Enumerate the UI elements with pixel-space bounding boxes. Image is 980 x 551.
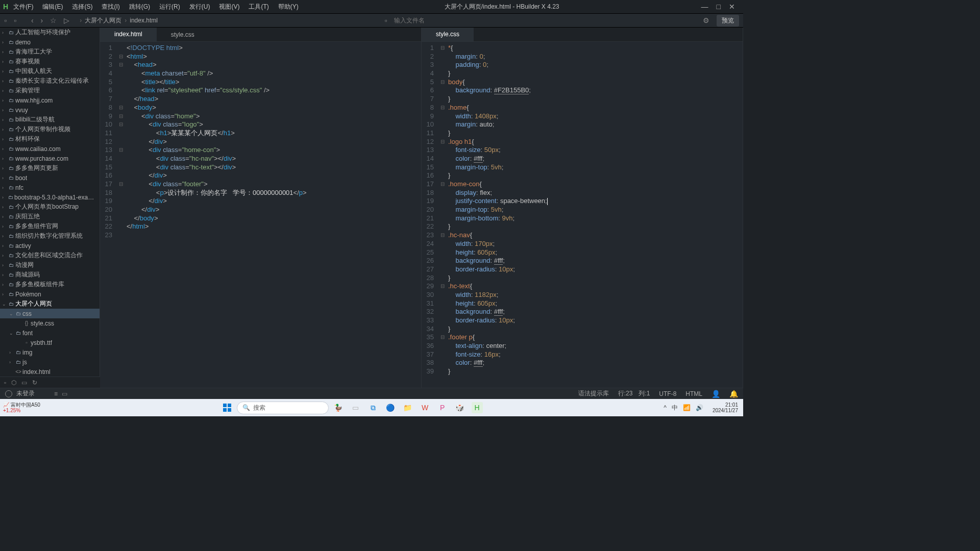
tree-item[interactable]: ›🗀商城源码 xyxy=(0,270,100,280)
tree-caret-icon[interactable]: › xyxy=(2,30,7,35)
new-tab-icon[interactable]: ▫ xyxy=(385,16,387,24)
menu-item[interactable]: 跳转(G) xyxy=(125,1,154,13)
tree-item[interactable]: ›🗀nfc xyxy=(0,183,100,192)
tree-caret-icon[interactable]: › xyxy=(2,253,7,258)
run-icon[interactable]: ▷ xyxy=(64,16,69,24)
minimize-button[interactable]: — xyxy=(701,3,708,11)
sync-icon[interactable]: ↻ xyxy=(32,379,37,386)
tree-caret-icon[interactable]: › xyxy=(2,108,7,113)
preview-button[interactable]: 预览 xyxy=(717,15,739,27)
tree-item[interactable]: ›🗀www.hhjj.com xyxy=(0,95,100,105)
account-icon[interactable]: 👤 xyxy=(712,390,720,398)
tray-chevron-icon[interactable]: ^ xyxy=(664,404,667,411)
tree-item[interactable]: ›🗀www.purchase.com xyxy=(0,154,100,163)
tree-caret-icon[interactable]: › xyxy=(2,117,7,122)
tree-caret-icon[interactable]: › xyxy=(2,49,7,55)
tree-item[interactable]: ›🗀Pokémon xyxy=(0,289,100,299)
tree-item[interactable]: ›🗀赛事视频 xyxy=(0,57,100,66)
tree-item[interactable]: ›🗀boot xyxy=(0,173,100,183)
tree-caret-icon[interactable]: › xyxy=(2,292,7,297)
chrome-icon[interactable]: 🔵 xyxy=(385,402,396,413)
tree-item[interactable]: ⌄🗀大屏个人网页 xyxy=(0,299,100,309)
encoding[interactable]: UTF-8 xyxy=(659,390,676,397)
tray-wifi-icon[interactable]: 📶 xyxy=(683,404,691,411)
tree-caret-icon[interactable]: › xyxy=(2,156,7,161)
nav-forward-icon[interactable]: › xyxy=(41,16,43,24)
tree-item[interactable]: ›🗀材料环保 xyxy=(0,134,100,144)
breadcrumb-item[interactable]: index.html xyxy=(130,17,158,24)
taskbar-clock[interactable]: 21:01 2024/11/27 xyxy=(713,402,743,413)
tree-caret-icon[interactable]: › xyxy=(2,127,7,132)
filename-input[interactable] xyxy=(394,17,476,24)
windows-taskbar[interactable]: 📈富时中国A50 +1.25% 🔍搜索 🦆 ▭ ⧉ 🔵 📁 W P 🎲 H ^ … xyxy=(0,399,743,416)
tree-item[interactable]: ›🗀bilibili二级导航 xyxy=(0,115,100,124)
save-icon[interactable]: ▫ xyxy=(14,16,16,24)
bug-icon[interactable]: ⬡ xyxy=(11,379,16,386)
tree-item[interactable]: ›🗀动漫网 xyxy=(0,260,100,270)
maximize-button[interactable]: □ xyxy=(717,3,721,11)
app-icon-2[interactable]: ▭ xyxy=(350,402,361,413)
explorer-icon[interactable]: 📁 xyxy=(402,402,413,413)
menu-item[interactable]: 文件(F) xyxy=(9,1,37,13)
new-file-icon[interactable]: ▫ xyxy=(4,16,7,24)
tree-item[interactable]: ›🗀vvuy xyxy=(0,105,100,115)
tree-item[interactable]: ›🗀js xyxy=(0,357,100,367)
tree-item[interactable]: ›🗀www.cailiao.com xyxy=(0,144,100,154)
tree-item[interactable]: ›🗀多多鱼网页更新 xyxy=(0,163,100,173)
vscode-icon[interactable]: ⧉ xyxy=(368,402,379,413)
tree-caret-icon[interactable]: › xyxy=(2,243,7,248)
notification-icon[interactable]: 🔔 xyxy=(729,390,738,398)
nav-back-icon[interactable]: ‹ xyxy=(31,16,34,24)
tree-item[interactable]: ›🗀秦绣长安非遗文化云端传承 xyxy=(0,76,100,86)
tree-caret-icon[interactable]: › xyxy=(2,166,7,171)
app-icon-1[interactable]: 🦆 xyxy=(333,402,344,413)
tree-item[interactable]: ›🗀bootstrap-5.3.0-alpha1-examples xyxy=(0,192,100,202)
tree-item[interactable]: ›🗀activy xyxy=(0,241,100,251)
tree-item[interactable]: ›🗀青海理工大学 xyxy=(0,47,100,57)
menu-item[interactable]: 工具(T) xyxy=(244,1,273,13)
tree-caret-icon[interactable]: ⌄ xyxy=(2,302,7,307)
app-icon-cube[interactable]: 🎲 xyxy=(454,402,465,413)
tree-item[interactable]: ›🗀采购管理 xyxy=(0,86,100,95)
tree-item[interactable]: {}style.css xyxy=(0,318,100,328)
file-explorer[interactable]: ›🗀人工智能与环境保护›🗀demo›🗀青海理工大学›🗀赛事视频›🗀中国载人航天›… xyxy=(0,28,100,377)
tree-item[interactable]: ›🗀庆阳五绝 xyxy=(0,212,100,221)
tree-caret-icon[interactable]: › xyxy=(2,69,7,74)
tree-item[interactable]: ›🗀多多鱼模板组件库 xyxy=(0,280,100,289)
tray-volume-icon[interactable]: 🔊 xyxy=(696,404,703,411)
tree-item[interactable]: ›🗀多多鱼组件官网 xyxy=(0,221,100,231)
tree-item[interactable]: ▫ysbth.ttf xyxy=(0,338,100,347)
tree-item[interactable]: ›🗀人工智能与环境保护 xyxy=(0,28,100,37)
tree-caret-icon[interactable]: › xyxy=(2,185,7,190)
tree-caret-icon[interactable]: › xyxy=(9,350,14,355)
tree-caret-icon[interactable]: › xyxy=(2,214,7,219)
tree-caret-icon[interactable]: › xyxy=(2,282,7,287)
tree-caret-icon[interactable]: › xyxy=(2,263,7,268)
syntax-hint[interactable]: 语法提示库 xyxy=(578,389,609,398)
tray-lang-icon[interactable]: 中 xyxy=(672,404,678,412)
editor-tab[interactable]: index.html xyxy=(100,28,157,41)
menu-item[interactable]: 发行(U) xyxy=(185,1,214,13)
tree-caret-icon[interactable]: ⌄ xyxy=(9,331,14,336)
tree-item[interactable]: <>index.html xyxy=(0,367,100,377)
menu-item[interactable]: 视图(V) xyxy=(215,1,243,13)
tree-caret-icon[interactable]: › xyxy=(2,234,7,239)
wps-icon[interactable]: W xyxy=(420,402,431,413)
close-button[interactable]: ✕ xyxy=(729,3,735,11)
tree-caret-icon[interactable]: › xyxy=(2,79,7,84)
tree-item[interactable]: ›🗀img xyxy=(0,347,100,357)
code-editor-left[interactable]: 1234567891011121314151617181920212223 ⊟⊟… xyxy=(100,42,421,388)
editor-tab[interactable]: style.css xyxy=(422,28,474,41)
menu-item[interactable]: 运行(R) xyxy=(155,1,184,13)
tree-caret-icon[interactable]: › xyxy=(9,360,14,365)
taskbar-search[interactable]: 🔍搜索 xyxy=(237,402,329,414)
star-icon[interactable]: ☆ xyxy=(50,16,57,24)
hbuilder-icon[interactable]: H xyxy=(472,402,483,413)
code-editor-right[interactable]: 1234567891011121314151617181920212223242… xyxy=(422,42,743,388)
panel-icon[interactable]: ▭ xyxy=(62,390,67,397)
tree-item[interactable]: ›🗀中国载人航天 xyxy=(0,66,100,76)
tree-caret-icon[interactable]: › xyxy=(2,176,7,181)
menu-item[interactable]: 编辑(E) xyxy=(38,1,67,13)
tree-caret-icon[interactable]: ⌄ xyxy=(9,311,14,316)
editor-tab[interactable]: style.css xyxy=(157,28,209,41)
